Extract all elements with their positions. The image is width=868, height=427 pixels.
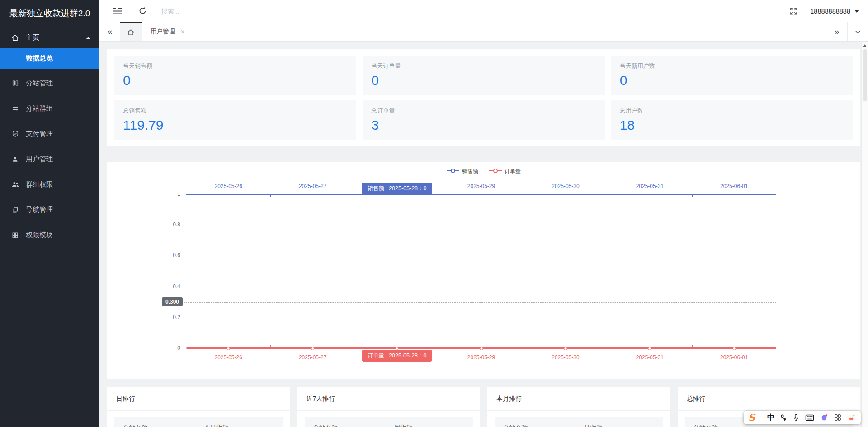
- ranking-title: 近7天排行: [297, 395, 481, 403]
- y-axis-tick-label: 0: [160, 345, 180, 351]
- refresh-icon[interactable]: [138, 7, 147, 15]
- legend-label: 订单量: [505, 168, 521, 175]
- chevron-double-left-icon[interactable]: «: [99, 22, 120, 41]
- sidebar-item[interactable]: 分站管理: [0, 70, 99, 96]
- axis-tick: [608, 345, 608, 347]
- stat-value: 3: [371, 117, 596, 133]
- x-axis-date-label: 2025-05-26: [215, 183, 242, 189]
- sidebar-menu: 主页数据总览分站管理分站群组支付管理用户管理群组权限导航管理权限模块: [0, 27, 99, 248]
- column-header: 周收款: [394, 424, 464, 427]
- column-header: 分站名称: [503, 424, 584, 427]
- gridline: [186, 318, 776, 318]
- sidebar-item[interactable]: 权限模块: [0, 222, 99, 248]
- punctuation-icon[interactable]: [780, 414, 787, 422]
- chevron-down-icon[interactable]: [847, 22, 868, 41]
- sidebar-item-label: 主页: [26, 33, 39, 42]
- menu-collapse-icon[interactable]: [113, 7, 122, 15]
- ai-assistant-icon[interactable]: [820, 414, 828, 422]
- vertical-scrollbar[interactable]: [861, 42, 868, 427]
- axis-tick: [439, 345, 439, 347]
- x-axis-date-label: 2025-05-31: [636, 183, 664, 189]
- sidebar-item[interactable]: 用户管理: [0, 146, 99, 172]
- sidebar-item[interactable]: 分站群组: [0, 96, 99, 121]
- search-input[interactable]: [161, 8, 270, 15]
- scroll-up-arrow-icon[interactable]: [863, 44, 867, 47]
- axis-tick: [524, 195, 524, 197]
- tabbar-right: »: [826, 22, 868, 41]
- data-point-marker: [648, 347, 651, 350]
- crosshair-value-badge: 0.300: [162, 297, 183, 306]
- tab-home[interactable]: [120, 22, 142, 41]
- sidebar-item-label: 导航管理: [26, 206, 53, 214]
- data-point-marker: [732, 347, 736, 350]
- divider: [487, 410, 670, 411]
- sidebar-item[interactable]: 导航管理: [0, 197, 99, 222]
- microphone-icon[interactable]: [793, 413, 799, 422]
- column-header: [774, 424, 844, 427]
- sidebar-item-label: 分站群组: [26, 104, 53, 113]
- stat-label: 总订单量: [371, 107, 596, 115]
- tooltip-badge: 销售额2025-05-28：0: [362, 183, 432, 195]
- tab-user-management[interactable]: 用户管理 ×: [142, 22, 191, 41]
- stat-card: 当天新用户数0: [611, 56, 853, 95]
- data-point-marker: [311, 347, 314, 350]
- chart-panel: 销售额订单量 00.20.40.60.812025-05-262025-05-2…: [107, 162, 860, 379]
- stat-value: 18: [620, 117, 844, 133]
- ranking-table-header: 分站名称今日收款: [114, 417, 283, 427]
- x-axis-date-label: 2025-06-01: [720, 354, 748, 361]
- sidebar-item[interactable]: 群组权限: [0, 172, 99, 197]
- y-axis-tick-label: 0.6: [160, 252, 180, 258]
- user-icon: [11, 156, 19, 163]
- sogou-logo-icon[interactable]: S: [749, 413, 755, 422]
- stats-panel: 当天销售额0当天订单量0当天新用户数0总销售额119.79总订单量3总用户数18: [107, 49, 860, 146]
- close-icon[interactable]: ×: [181, 28, 184, 35]
- column-header: 今日收款: [204, 424, 274, 427]
- stat-label: 当天销售额: [123, 62, 348, 70]
- ranking-title: 日排行: [107, 395, 290, 403]
- gridline: [186, 287, 776, 287]
- emoji-icon[interactable]: [847, 413, 856, 422]
- user-menu[interactable]: 18888888888: [810, 8, 861, 15]
- legend-marker-icon: [489, 168, 502, 175]
- gridline: [186, 256, 776, 256]
- keyboard-icon[interactable]: [805, 414, 814, 421]
- stat-label: 当天订单量: [371, 62, 596, 70]
- sliders-icon: [11, 105, 19, 112]
- sidebar-item-label: 支付管理: [26, 130, 53, 138]
- x-axis-date-label: 2025-05-27: [299, 354, 326, 361]
- x-axis-date-label: 2025-05-27: [299, 183, 326, 189]
- stat-label: 总用户数: [620, 107, 844, 115]
- caret-down-icon: [854, 10, 859, 13]
- legend-label: 销售额: [462, 168, 478, 175]
- chevron-double-right-icon[interactable]: »: [826, 22, 847, 41]
- data-point-marker: [227, 347, 230, 350]
- legend-item[interactable]: 订单量: [489, 168, 521, 175]
- shield-check-icon: [11, 130, 19, 137]
- grid-menu-icon[interactable]: [834, 414, 841, 421]
- scrollbar-thumb[interactable]: [863, 49, 867, 101]
- chinese-mode-toggle[interactable]: 中: [767, 413, 774, 422]
- pages-icon: [11, 206, 19, 213]
- legend-item[interactable]: 销售额: [447, 168, 478, 175]
- crosshair-vertical: [397, 194, 397, 348]
- axis-tick: [692, 195, 693, 197]
- column-header: 分站名称: [693, 424, 774, 427]
- tooltip-badge: 订单量2025-05-28：0: [362, 350, 432, 362]
- ranking-card: 本月排行分站名称月收款: [487, 387, 670, 427]
- ranking-table-header: 分站名称月收款: [495, 417, 663, 427]
- stat-value: 119.79: [123, 117, 348, 133]
- column-header: 分站名称: [123, 424, 204, 427]
- chart-legend: 销售额订单量: [107, 168, 860, 175]
- ime-toolbar: S中: [744, 411, 861, 424]
- chevron-up-icon: [86, 37, 90, 39]
- tabbar: « 用户管理 × »: [99, 22, 868, 42]
- sidebar-item-data-overview[interactable]: 数据总览: [0, 48, 99, 69]
- ranking-title: 总排行: [678, 395, 861, 403]
- tooltip-series-name: 销售额: [368, 185, 385, 192]
- fullscreen-icon[interactable]: [789, 7, 797, 15]
- tooltip-series-name: 订单量: [368, 352, 385, 360]
- sidebar-item[interactable]: 支付管理: [0, 121, 99, 146]
- sidebar-item-label: 群组权限: [26, 180, 53, 189]
- divider: [297, 410, 481, 411]
- sidebar-item-home[interactable]: 主页: [0, 27, 99, 48]
